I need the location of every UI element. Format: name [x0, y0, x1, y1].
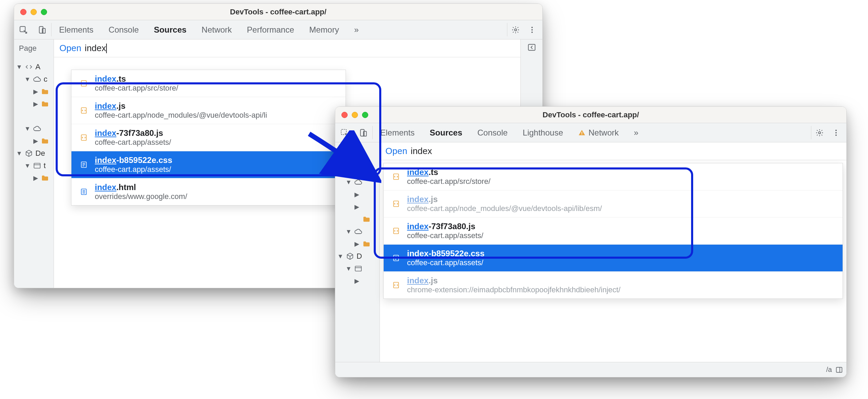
chevron-icon[interactable]: ▼: [24, 162, 31, 169]
chevron-icon[interactable]: ▼: [337, 253, 343, 260]
tree-row[interactable]: [15, 110, 52, 122]
chevron-icon[interactable]: ▶: [33, 88, 39, 95]
tree-row[interactable]: ▶: [15, 85, 52, 98]
gear-icon[interactable]: [507, 26, 524, 34]
tree-row[interactable]: ▶: [336, 188, 377, 201]
window-title: DevTools - coffee-cart.app/: [335, 110, 846, 119]
script-icon: [391, 280, 401, 290]
result-row[interactable]: index.jscoffee-cart.app/node_modules/@vu…: [71, 97, 346, 124]
tree-label: A: [357, 165, 377, 174]
chevron-icon[interactable]: ▶: [33, 137, 39, 145]
result-row[interactable]: index.jschrome-extension://eimadpbcbfnmb…: [384, 272, 843, 298]
tree-row[interactable]: ▶: [15, 135, 52, 147]
chevron-icon[interactable]: ▶: [33, 174, 39, 182]
tree-row[interactable]: ▼: [15, 122, 52, 135]
chevron-icon[interactable]: ▶: [33, 100, 39, 108]
kebab-icon[interactable]: [524, 26, 540, 34]
tree-row[interactable]: ▶: [336, 201, 377, 213]
svg-point-26: [835, 134, 837, 136]
tab-lighthouse[interactable]: Lighthouse: [521, 124, 564, 142]
tree-row[interactable]: ▶: [15, 172, 52, 184]
command-menu[interactable]: Open index: [380, 142, 846, 160]
sidebar-toggle-icon[interactable]: [835, 366, 843, 374]
result-row[interactable]: index-b859522e.csscoffee-cart.app/assets…: [384, 245, 843, 272]
device-icon[interactable]: [33, 20, 51, 39]
status-bar: /a: [335, 362, 846, 377]
zoom-icon[interactable]: [362, 112, 368, 118]
chevron-icon[interactable]: ▼: [16, 63, 22, 71]
tab-network[interactable]: Network: [200, 21, 233, 39]
main-toolbar: Elements Sources Console Lighthouse Netw…: [335, 123, 846, 142]
titlebar: DevTools - coffee-cart.app/: [14, 4, 542, 20]
zoom-icon[interactable]: [41, 9, 47, 15]
tab-console[interactable]: Console: [107, 21, 140, 39]
tree-row[interactable]: [336, 213, 377, 225]
inspect-icon[interactable]: [14, 20, 33, 39]
open-file-results: index.tscoffee-cart.app/src/store/index.…: [383, 163, 843, 299]
tree-row[interactable]: ▼c: [15, 73, 52, 85]
device-icon[interactable]: [354, 123, 372, 142]
result-row[interactable]: index.htmloverrides/www.google.com/: [71, 178, 346, 205]
tree-row[interactable]: ▶: [15, 98, 52, 110]
chevron-icon[interactable]: ▼: [16, 150, 22, 157]
page-tab[interactable]: Page: [14, 39, 54, 57]
minimize-icon[interactable]: [352, 112, 358, 118]
result-row[interactable]: index.tscoffee-cart.app/src/store/: [71, 70, 346, 97]
tree-row[interactable]: ▶: [336, 238, 377, 250]
chevron-icon[interactable]: ▼: [24, 76, 31, 83]
code-icon: [346, 166, 354, 174]
chevron-icon[interactable]: ▶: [354, 191, 360, 198]
chevron-icon[interactable]: ▶: [354, 240, 360, 248]
folder-icon: [41, 175, 49, 181]
minimize-icon[interactable]: [31, 9, 37, 15]
gear-icon[interactable]: [811, 129, 828, 137]
tabs-overflow[interactable]: »: [353, 21, 360, 39]
chevron-icon[interactable]: ▼: [337, 166, 343, 174]
chevron-icon[interactable]: ▶: [354, 277, 360, 285]
inspect-icon[interactable]: [335, 123, 354, 142]
tab-performance[interactable]: Performance: [246, 21, 295, 39]
tab-sources[interactable]: Sources: [428, 124, 464, 142]
tree-row[interactable]: ▼D: [336, 250, 377, 262]
close-icon[interactable]: [20, 9, 26, 15]
svg-point-24: [835, 130, 837, 131]
close-icon[interactable]: [341, 112, 348, 118]
chevron-icon[interactable]: ▼: [346, 228, 352, 235]
cube-icon: [346, 253, 354, 260]
result-row[interactable]: index.jscoffee-cart.app/node_modules/@vu…: [384, 190, 843, 218]
tree-row[interactable]: ▼A: [336, 164, 377, 176]
tabs-overflow[interactable]: »: [632, 124, 640, 142]
kebab-icon[interactable]: [828, 129, 844, 137]
tree-row[interactable]: ▼A: [15, 61, 52, 73]
result-row[interactable]: index-73f73a80.jscoffee-cart.app/assets/: [384, 218, 843, 245]
result-path: coffee-cart.app/src/store/: [407, 177, 491, 186]
tab-elements[interactable]: Elements: [58, 21, 95, 39]
cube-icon: [24, 150, 33, 157]
chevron-icon[interactable]: ▼: [24, 125, 31, 132]
tree-row[interactable]: ▼: [336, 176, 377, 188]
chevron-icon[interactable]: ▶: [354, 203, 360, 211]
devtools-window-2: DevTools - coffee-cart.app/ Elements Sou…: [335, 106, 847, 377]
page-tab[interactable]: Page: [335, 142, 380, 160]
result-row[interactable]: index.tscoffee-cart.app/src/store/: [384, 163, 843, 190]
tree-row[interactable]: ▼De: [15, 147, 52, 160]
chevron-icon[interactable]: ▼: [346, 179, 352, 186]
result-row[interactable]: index-b859522e.csscoffee-cart.app/assets…: [71, 151, 346, 178]
command-menu[interactable]: Open index: [54, 39, 520, 57]
tab-sources[interactable]: Sources: [153, 21, 188, 39]
result-filename: index.ts: [407, 167, 491, 177]
tab-elements[interactable]: Elements: [379, 124, 416, 142]
tab-memory[interactable]: Memory: [308, 21, 340, 39]
svg-point-25: [835, 132, 837, 133]
chevron-icon[interactable]: ▼: [346, 265, 352, 272]
tree-row[interactable]: ▼t: [15, 160, 52, 172]
tab-console[interactable]: Console: [476, 124, 509, 142]
tree-row[interactable]: ▼: [336, 262, 377, 275]
window-icon: [354, 266, 363, 272]
tree-row[interactable]: ▶: [336, 275, 377, 287]
result-path: coffee-cart.app/src/store/: [95, 84, 178, 93]
result-row[interactable]: index-73f73a80.jscoffee-cart.app/assets/: [71, 124, 346, 151]
tree-row[interactable]: ▼: [336, 225, 377, 238]
tab-network[interactable]: Network: [577, 124, 620, 142]
panel-tabs: Elements Console Sources Network Perform…: [52, 20, 507, 39]
